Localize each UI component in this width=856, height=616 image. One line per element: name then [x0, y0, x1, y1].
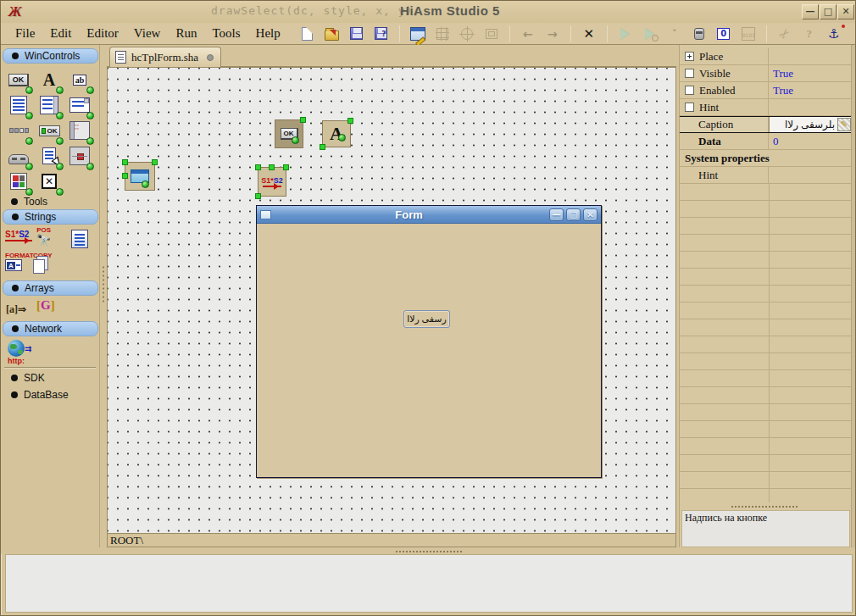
palette-item-toolbar[interactable] [8, 145, 30, 167]
more-tools-dropdown[interactable]: ˅ [849, 25, 856, 42]
open-file-button[interactable] [323, 25, 342, 42]
run-stop-button[interactable] [641, 25, 659, 42]
frame-button[interactable] [482, 25, 501, 42]
form-editor-button[interactable] [409, 25, 427, 42]
palette-item-combobox[interactable] [69, 94, 91, 116]
palette-item-richedit[interactable] [38, 145, 60, 167]
about-button[interactable]: ⚓ [825, 25, 843, 42]
property-value[interactable]: 0 [769, 133, 852, 149]
palette-item-format[interactable]: FORMAT A [5, 252, 34, 271]
canvas-component-button[interactable]: OK [275, 119, 303, 148]
selection-handle[interactable] [300, 117, 306, 123]
property-value[interactable]: True [769, 65, 852, 81]
help-button[interactable]: ? [800, 25, 819, 42]
binary-doc-button[interactable]: 0101 [739, 25, 758, 42]
tab-close-icon[interactable] [207, 54, 214, 61]
forward-button[interactable]: → [543, 25, 562, 42]
menu-editor[interactable]: Editor [79, 25, 126, 42]
form-preview-button[interactable]: رسفى رلاا [403, 310, 450, 328]
compile-button[interactable] [690, 25, 709, 42]
selection-handle[interactable] [320, 144, 325, 150]
palette-item-strpos[interactable]: POS 🔭 [36, 226, 51, 247]
align-center-button[interactable] [458, 25, 476, 42]
menu-edit[interactable]: Edit [42, 25, 79, 42]
palette-item-http[interactable]: ⇉ http: [8, 340, 30, 365]
palette-item-strcat[interactable]: S1*S2 [5, 230, 32, 241]
form-close-button[interactable]: ✕ [583, 208, 598, 221]
property-value[interactable] [769, 167, 852, 183]
selection-handle[interactable] [122, 159, 128, 165]
selection-handle[interactable] [283, 164, 289, 170]
palette-section-arrays[interactable]: Arrays [3, 280, 98, 296]
palette-item-copy[interactable]: COPY [33, 252, 53, 274]
checkbox-icon[interactable] [685, 103, 694, 112]
palette-item-array-g[interactable]: [G] [36, 297, 55, 313]
palette-section-strings[interactable]: Strings [3, 209, 98, 225]
selection-handle[interactable] [269, 164, 275, 170]
palette-item-listbox[interactable] [38, 94, 60, 116]
palette-item-label[interactable]: A [38, 69, 60, 91]
left-splitter[interactable] [100, 45, 107, 547]
output-splitter-grip-icon[interactable] [395, 550, 463, 553]
form-minimize-button[interactable]: — [549, 208, 564, 221]
palette-item-memo[interactable] [8, 94, 30, 116]
palette-section-database[interactable]: DataBase [3, 387, 98, 402]
back-button[interactable]: ← [519, 25, 537, 42]
form-maximize-button[interactable]: □ [566, 208, 581, 221]
maximize-button[interactable]: □ [820, 4, 837, 19]
right-scrollbar[interactable] [851, 45, 856, 547]
menu-view[interactable]: View [126, 25, 169, 42]
delete-button[interactable]: ✕ [580, 25, 598, 42]
close-button[interactable]: ✕ [837, 4, 854, 19]
property-row-visible[interactable]: Visible True [680, 65, 852, 82]
expand-plus-icon[interactable] [685, 52, 694, 61]
palette-section-network[interactable]: Network [3, 321, 98, 336]
property-value[interactable] [769, 99, 852, 115]
selection-handle[interactable] [255, 164, 261, 170]
run-button[interactable] [616, 25, 635, 42]
palette-section-sdk[interactable]: SDK [3, 370, 98, 386]
save-button[interactable] [347, 25, 366, 42]
property-row-caption[interactable]: Caption بلرسفى رلاا ✎ [680, 116, 852, 133]
palette-item-checkbox[interactable]: OK [38, 119, 60, 142]
property-row-place[interactable]: Place [680, 48, 852, 65]
tab-hctplform[interactable]: hcTplForm.sha [109, 47, 221, 67]
minimize-button[interactable]: — [802, 4, 819, 19]
checkbox-icon[interactable] [685, 86, 694, 95]
palette-item-close[interactable]: ✕ [38, 170, 60, 192]
property-row-data[interactable]: Data 0 [680, 133, 852, 150]
caption-editor-pencil-icon[interactable]: ✎ [837, 118, 851, 131]
property-row-enabled[interactable]: Enabled True [680, 82, 852, 99]
form-preview-window[interactable]: Form — □ ✕ رسفى رلاا [256, 205, 602, 478]
palette-item-strlist[interactable] [69, 228, 91, 250]
caption-edit-field[interactable]: بلرسفى رلاا ✎ [769, 117, 852, 132]
grid-toggle-button[interactable] [433, 25, 452, 42]
palette-item-edit[interactable]: ab [69, 69, 91, 91]
run-options-dropdown[interactable]: ˅ [665, 25, 684, 42]
menu-run[interactable]: Run [168, 25, 204, 42]
form-title-bar[interactable]: Form — □ ✕ [257, 206, 601, 224]
menu-help[interactable]: Help [248, 25, 288, 42]
palette-section-wincontrols[interactable]: WinControls [3, 48, 98, 64]
selection-handle[interactable] [347, 118, 353, 124]
property-value[interactable]: True [769, 82, 852, 98]
title-bar[interactable]: Ж drawSelect(dc, style, x, y); HiAsm Stu… [1, 1, 855, 23]
menu-file[interactable]: File [8, 25, 42, 42]
property-value[interactable] [769, 48, 852, 64]
checkbox-icon[interactable] [685, 69, 694, 78]
description-splitter-grip-icon[interactable] [731, 505, 798, 508]
scheme-canvas[interactable]: OK A S1*S2 [107, 67, 676, 533]
canvas-component-label[interactable]: A [322, 120, 351, 147]
zero-view-button[interactable]: 0 [714, 25, 733, 42]
new-file-button[interactable] [298, 25, 317, 42]
palette-item-button[interactable]: OK [8, 69, 30, 91]
canvas-component-strcat[interactable]: S1*S2 [258, 167, 286, 197]
caption-value-text[interactable]: بلرسفى رلاا [770, 119, 837, 131]
selection-handle[interactable] [152, 159, 158, 165]
palette-item-dialog[interactable] [69, 145, 91, 167]
selection-handle[interactable] [255, 193, 261, 199]
canvas-component-form[interactable] [125, 162, 155, 191]
palette-item-panel[interactable]: ≈≈≈≈ [69, 119, 91, 142]
property-row-hint[interactable]: Hint [680, 99, 852, 116]
save-as-button[interactable]: ? [372, 25, 391, 42]
